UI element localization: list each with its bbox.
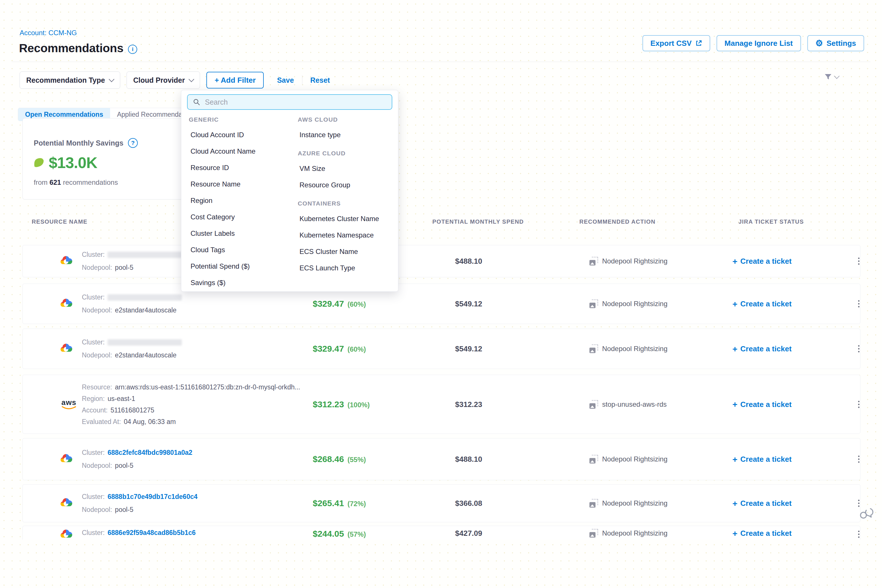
save-filter-button[interactable]: Save <box>275 76 296 84</box>
dropdown-item-cloud-tags[interactable]: Cloud Tags <box>189 242 255 258</box>
row-menu-button[interactable] <box>856 399 861 410</box>
create-ticket-label: Create a ticket <box>741 499 792 508</box>
resource-line-value: pool-5 <box>115 506 134 514</box>
recommended-action-cell: stop-unused-aws-rds <box>590 400 667 409</box>
savings-percent: (55%) <box>347 456 366 464</box>
resource-name-cell: Cluster:Nodepool:pool-5 <box>82 251 182 272</box>
resource-line-value: pool-5 <box>115 462 134 470</box>
col-header-potential-monthly-spend: POTENTIAL MONTHLY SPEND <box>432 219 524 225</box>
recommendation-type-filter[interactable]: Recommendation Type <box>20 72 120 89</box>
resource-name-cell: Resource:arn:aws:rds:us-east-1:511616801… <box>82 383 300 425</box>
resource-line: Cluster:6886e92f59a48cad86b5b1c6 <box>82 529 196 537</box>
potential-monthly-spend-cell: $549.12 <box>455 300 482 308</box>
resource-line-label: Resource: <box>82 383 112 391</box>
recommended-action-label: stop-unused-aws-rds <box>602 400 667 408</box>
create-ticket-button[interactable]: +Create a ticket <box>732 499 792 508</box>
dropdown-section-title: CONTAINERS <box>298 200 379 207</box>
row-menu-button[interactable] <box>856 529 861 540</box>
dropdown-item-cloud-account-name[interactable]: Cloud Account Name <box>189 143 255 159</box>
add-filter-dropdown: GENERICCloud Account IDCloud Account Nam… <box>181 90 398 292</box>
resource-line-label: Nodepool: <box>82 306 112 314</box>
resource-line-value: 04 Aug, 06:33 am <box>124 418 176 425</box>
potential-monthly-spend-cell: $366.08 <box>455 499 482 508</box>
row-menu-button[interactable] <box>856 256 861 267</box>
plus-icon: + <box>732 529 738 538</box>
gcp-icon <box>60 255 72 267</box>
create-ticket-label: Create a ticket <box>741 345 792 353</box>
dropdown-item-potential-spend-[interactable]: Potential Spend ($) <box>189 258 255 274</box>
nodepool-action-icon <box>590 257 598 266</box>
cloud-provider-filter[interactable]: Cloud Provider <box>126 72 200 89</box>
dropdown-item-ecs-launch-type[interactable]: ECS Launch Type <box>298 260 379 276</box>
dropdown-item-kubernetes-cluster-name[interactable]: Kubernetes Cluster Name <box>298 210 379 227</box>
table-row: Cluster:6888b1c70e49db17c1de60c4Nodepool… <box>22 484 860 522</box>
search-input[interactable] <box>204 98 387 106</box>
table-row: Cluster:Nodepool:pool-5$488.10Nodepool R… <box>22 245 860 277</box>
help-icon[interactable]: ? <box>128 138 138 148</box>
dropdown-section-containers: CONTAINERSKubernetes Cluster NameKuberne… <box>298 200 379 276</box>
potential-monthly-savings-cell: $244.05(57%) <box>313 529 366 539</box>
reset-filter-button[interactable]: Reset <box>309 76 332 84</box>
dropdown-item-cost-category[interactable]: Cost Category <box>189 208 255 225</box>
aws-icon-cell: aws <box>60 399 78 410</box>
recommended-action-cell: Nodepool Rightsizing <box>590 257 668 266</box>
row-menu-button[interactable] <box>856 454 861 465</box>
manage-ignore-list-button[interactable]: Manage Ignore List <box>717 35 801 51</box>
create-ticket-button[interactable]: +Create a ticket <box>732 345 792 353</box>
dropdown-search[interactable] <box>187 94 392 110</box>
breadcrumb[interactable]: Account: CCM-NG <box>20 29 77 37</box>
chevron-down-icon <box>109 76 114 82</box>
create-ticket-button[interactable]: +Create a ticket <box>732 529 792 538</box>
dropdown-item-savings-[interactable]: Savings ($) <box>189 274 255 291</box>
add-filter-button[interactable]: + Add Filter <box>206 72 264 88</box>
dropdown-item-cluster-labels[interactable]: Cluster Labels <box>189 225 255 242</box>
cluster-link[interactable]: 6886e92f59a48cad86b5b1c6 <box>108 529 196 537</box>
resource-line: Cluster: <box>82 293 182 301</box>
dropdown-item-resource-name[interactable]: Resource Name <box>189 176 255 192</box>
create-ticket-label: Create a ticket <box>741 300 792 308</box>
potential-monthly-savings-cell: $265.41(72%) <box>313 498 366 508</box>
resource-line: Cluster: <box>82 251 182 258</box>
dropdown-item-resource-group[interactable]: Resource Group <box>298 177 379 193</box>
dropdown-item-ecs-cluster-name[interactable]: ECS Cluster Name <box>298 243 379 260</box>
plus-icon: + <box>732 499 738 508</box>
resource-line-label: Cluster: <box>82 493 105 501</box>
redacted-cluster-name <box>108 252 182 258</box>
savings-value: $265.41 <box>313 498 344 508</box>
dropdown-item-resource-id[interactable]: Resource ID <box>189 159 255 176</box>
resource-line-value: 511616801275 <box>111 406 154 414</box>
info-icon[interactable]: i <box>128 45 137 54</box>
cluster-link[interactable]: 6888b1c70e49db17c1de60c4 <box>108 493 198 501</box>
create-ticket-button[interactable]: +Create a ticket <box>732 455 792 464</box>
settings-button[interactable]: ⚙ Settings <box>807 35 864 51</box>
table-row: Cluster:6886e92f59a48cad86b5b1c6$244.05(… <box>22 526 860 540</box>
recommended-action-cell: Nodepool Rightsizing <box>590 300 668 308</box>
plus-icon: + <box>732 345 738 353</box>
recommendation-type-label: Recommendation Type <box>26 76 105 84</box>
resource-line: Cluster:688c2fefc84fbdc99801a0a2 <box>82 449 192 457</box>
gcp-icon <box>60 298 72 310</box>
export-csv-label: Export CSV <box>651 39 692 48</box>
dropdown-item-vm-size[interactable]: VM Size <box>298 160 379 177</box>
table-row: Cluster:Nodepool:e2standar4autoscale$329… <box>22 328 860 369</box>
gear-icon: ⚙ <box>815 39 823 48</box>
cluster-link[interactable]: 688c2fefc84fbdc99801a0a2 <box>108 449 192 457</box>
row-menu-button[interactable] <box>856 298 861 309</box>
row-menu-button[interactable] <box>856 344 861 354</box>
dropdown-item-cloud-account-id[interactable]: Cloud Account ID <box>189 126 255 143</box>
help-chat-button[interactable] <box>858 506 874 522</box>
create-ticket-button[interactable]: +Create a ticket <box>732 300 792 308</box>
dropdown-item-kubernetes-namespace[interactable]: Kubernetes Namespace <box>298 227 379 243</box>
create-ticket-button[interactable]: +Create a ticket <box>732 400 792 409</box>
potential-monthly-savings-cell: $329.47(60%) <box>313 344 366 354</box>
dropdown-item-region[interactable]: Region <box>189 192 255 208</box>
resource-name-cell: Cluster:688c2fefc84fbdc99801a0a2Nodepool… <box>82 449 192 470</box>
resource-line-label: Cluster: <box>82 251 105 258</box>
export-csv-button[interactable]: Export CSV <box>642 35 710 51</box>
dropdown-item-instance-type[interactable]: Instance type <box>298 126 379 143</box>
filter-panel-toggle[interactable] <box>824 73 839 81</box>
resource-line-value: us-east-1 <box>108 394 135 402</box>
recommended-action-label: Nodepool Rightsizing <box>602 257 668 265</box>
chevron-down-icon <box>834 73 840 79</box>
create-ticket-button[interactable]: +Create a ticket <box>732 257 792 266</box>
